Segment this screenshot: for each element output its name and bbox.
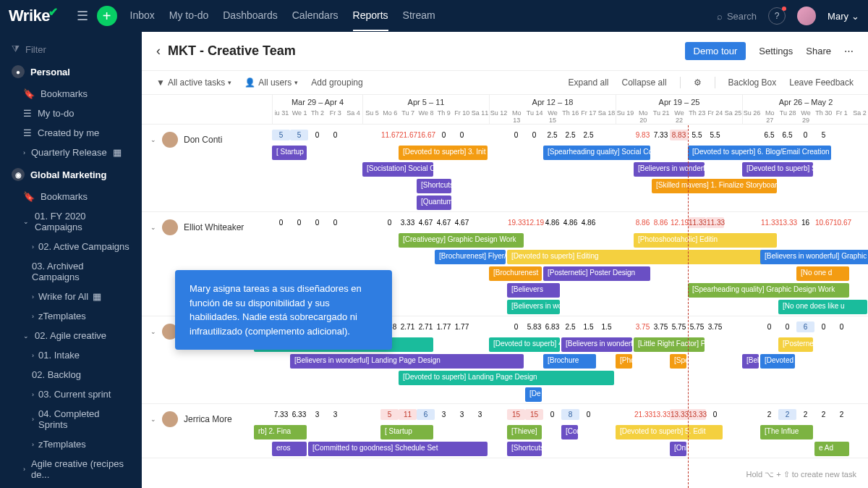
task-bar[interactable]: [Shortcuts bbox=[417, 179, 451, 193]
hours-cell: 0 bbox=[435, 130, 453, 140]
task-bar[interactable]: [Devoted to superb] 3. Init bbox=[399, 146, 488, 160]
user-row[interactable]: ⌄Elliot Whiteaker bbox=[142, 212, 272, 243]
task-bar[interactable]: [Photoshootaholic] Editin bbox=[634, 233, 777, 248]
task-bar[interactable]: [Thieve] bbox=[507, 425, 542, 439]
task-bar[interactable]: [Devoted bbox=[760, 354, 795, 369]
settings-link[interactable]: Settings bbox=[759, 46, 793, 56]
search-input[interactable]: ⌕ Search bbox=[717, 11, 757, 22]
task-bar[interactable]: [Devoted to superb] Editing bbox=[507, 250, 777, 264]
sidebar-quarterly[interactable]: ›Quarterly Release▦ bbox=[0, 143, 142, 162]
task-bar[interactable]: [Committed to goodness] Schedule Set bbox=[308, 442, 488, 456]
hours-cell: 0 bbox=[706, 409, 724, 420]
task-bar[interactable]: [Bel bbox=[742, 354, 759, 369]
avatar[interactable] bbox=[797, 7, 816, 25]
share-link[interactable]: Share bbox=[806, 46, 831, 56]
help-icon[interactable]: ? bbox=[768, 7, 786, 25]
list-icon: ☰ bbox=[23, 108, 32, 119]
task-bar[interactable]: [Onl bbox=[670, 442, 686, 456]
nav-inbox[interactable]: Inbox bbox=[130, 1, 155, 31]
hours-cell bbox=[851, 413, 868, 416]
task-bar[interactable]: [Spe bbox=[670, 354, 686, 369]
task-bar[interactable]: [No one does like u bbox=[778, 300, 867, 314]
menu-icon[interactable]: ☰ bbox=[77, 8, 88, 24]
task-bar[interactable]: [Devoted to superb] S bbox=[742, 162, 813, 177]
sidebar-active[interactable]: ›02. Active Campaigns bbox=[0, 237, 142, 256]
task-bar[interactable]: [Brochurenest bbox=[489, 266, 542, 281]
task-bar[interactable]: [Believers in wo bbox=[507, 300, 560, 314]
task-bar[interactable]: [Devoted to superb] 4 bbox=[489, 337, 560, 352]
nav-calendars[interactable]: Calendars bbox=[292, 1, 339, 31]
task-bar[interactable]: [No one d bbox=[796, 266, 849, 281]
task-bar[interactable]: [Spearheading quality] Social Co bbox=[543, 146, 650, 160]
task-bar[interactable]: [Brochurenest] Flyer/ bbox=[435, 250, 506, 264]
filter-input[interactable]: ⧩Filter bbox=[0, 39, 142, 59]
nav-dashboards[interactable]: Dashboards bbox=[223, 1, 278, 31]
task-bar[interactable]: [Skilled mavens] 1. Finalize Storyboard bbox=[652, 179, 777, 193]
section-personal[interactable]: ●Personal bbox=[0, 59, 142, 84]
expand-all[interactable]: Expand all bbox=[568, 77, 608, 88]
task-bar[interactable]: [De bbox=[525, 387, 542, 402]
day-label: Su 12 bbox=[490, 109, 508, 124]
sidebar-sprint[interactable]: ›03. Current sprint bbox=[0, 384, 142, 404]
more-icon[interactable]: ⋯ bbox=[844, 46, 854, 56]
filter-users[interactable]: 👤All users▾ bbox=[244, 77, 298, 88]
collapse-all[interactable]: Collapse all bbox=[622, 77, 667, 88]
demo-button[interactable]: Demo tour bbox=[685, 42, 746, 60]
user-row[interactable]: ⌄Don Conti bbox=[142, 125, 272, 155]
add-grouping[interactable]: Add grouping bbox=[311, 77, 362, 88]
task-bar[interactable]: [Socistation] Social Co bbox=[362, 162, 433, 177]
back-arrow-icon[interactable]: ‹ bbox=[156, 43, 161, 59]
sidebar-recipes[interactable]: ›Agile creative (recipes de... bbox=[0, 454, 142, 484]
task-bar[interactable]: [Posternetic] Poster Design bbox=[543, 266, 650, 281]
task-bar[interactable]: rb] 2. Fina bbox=[254, 425, 307, 439]
task-bar[interactable]: [Devoted to superb] Landing Page Design bbox=[399, 371, 614, 385]
sidebar-wrikeall[interactable]: ›Wrike for All▦ bbox=[0, 287, 142, 306]
sidebar-archived[interactable]: 03. Archived Campaigns bbox=[0, 256, 142, 287]
nav-mytodo[interactable]: My to-do bbox=[169, 1, 208, 31]
user-name: Don Conti bbox=[184, 135, 222, 145]
sidebar-backlog[interactable]: 02. Backlog bbox=[0, 365, 142, 384]
task-bar[interactable]: [Creativeegy] Graphic Design Work bbox=[399, 233, 524, 248]
task-bar[interactable]: [Spearheading quality] Graphic Design Wo… bbox=[688, 283, 849, 298]
add-button[interactable]: + bbox=[97, 6, 117, 26]
task-bar[interactable]: [ Startup bbox=[272, 146, 307, 160]
task-bar[interactable]: [Shortcuts bbox=[507, 442, 542, 456]
task-bar[interactable]: [Believers in wonderful] Landing Page De… bbox=[290, 354, 524, 369]
task-bar[interactable]: [Little Right Factor] P bbox=[634, 337, 705, 352]
task-bar[interactable]: [Con bbox=[561, 425, 578, 439]
sidebar-agile[interactable]: ⌄02. Agile creative bbox=[0, 326, 142, 345]
settings-icon[interactable]: ⚙ bbox=[694, 77, 702, 88]
sidebar-fy2020[interactable]: ⌄01. FY 2020 Campaigns bbox=[0, 206, 142, 237]
sidebar-ztemplates1[interactable]: ›zTemplates bbox=[0, 306, 142, 326]
task-bar[interactable]: [Believers in wonderf bbox=[634, 162, 705, 177]
task-bar[interactable]: [Brochure bbox=[543, 354, 596, 369]
task-bar[interactable]: [Pho bbox=[616, 354, 632, 369]
leave-feedback[interactable]: Leave Feedback bbox=[789, 77, 854, 88]
task-bar[interactable]: [Devoted to superb] 5. Edit bbox=[616, 425, 723, 439]
nav-stream[interactable]: Stream bbox=[403, 1, 435, 31]
user-row[interactable]: ⌄Jerrica More bbox=[142, 404, 272, 434]
sidebar-ztemplates2[interactable]: ›zTemplates bbox=[0, 434, 142, 454]
sidebar-completed[interactable]: ›04. Completed Sprints bbox=[0, 404, 142, 434]
sidebar-bookmarks[interactable]: 🔖Bookmarks bbox=[0, 84, 142, 104]
task-bar[interactable]: [Believers in wonderf bbox=[561, 337, 632, 352]
task-bar[interactable]: [ Startup bbox=[380, 425, 433, 439]
sidebar-created[interactable]: ☰Created by me bbox=[0, 123, 142, 143]
filter-tasks[interactable]: ▼All active tasks▾ bbox=[156, 77, 231, 88]
task-bar[interactable]: [Quantum bbox=[417, 195, 451, 210]
hours-cell: 6 bbox=[417, 409, 435, 420]
sidebar-gm-bookmarks[interactable]: 🔖Bookmarks bbox=[0, 187, 142, 206]
task-bar[interactable]: [Believers in wonderful] Graphic De bbox=[760, 250, 868, 264]
sidebar-intake[interactable]: ›01. Intake bbox=[0, 345, 142, 365]
nav-reports[interactable]: Reports bbox=[353, 1, 388, 31]
task-bar[interactable]: [Devoted to superb] 6. Blog/Email Creati… bbox=[688, 146, 831, 160]
backlog-box[interactable]: Backlog Box bbox=[728, 77, 777, 88]
task-bar[interactable]: [Posterne bbox=[778, 337, 813, 352]
task-bar[interactable]: [The Influe bbox=[760, 425, 813, 439]
section-global[interactable]: ◉Global Marketing bbox=[0, 162, 142, 187]
sidebar-mytodo[interactable]: ☰My to-do bbox=[0, 104, 142, 123]
user-menu[interactable]: Mary⌄ bbox=[827, 11, 859, 22]
task-bar[interactable]: eros bbox=[272, 442, 307, 456]
task-bar[interactable]: [Believers bbox=[507, 283, 560, 298]
task-bar[interactable]: e Ad bbox=[814, 442, 849, 456]
